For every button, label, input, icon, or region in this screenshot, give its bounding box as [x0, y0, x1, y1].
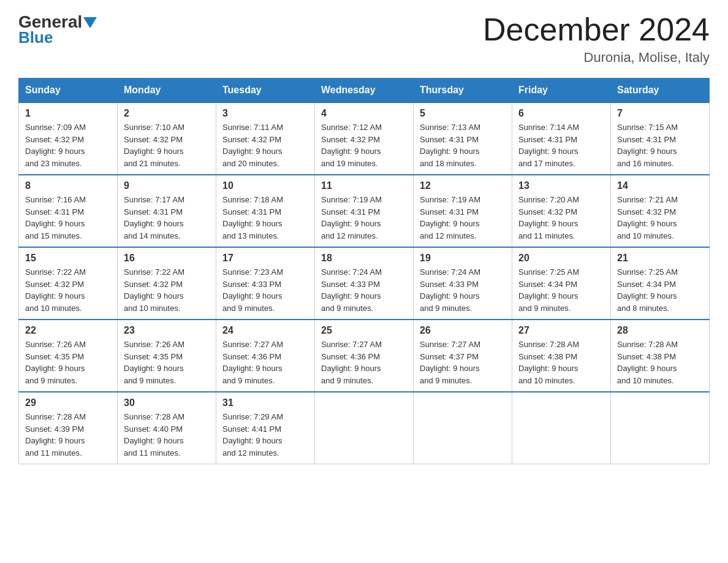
location: Duronia, Molise, Italy: [483, 50, 710, 66]
day-number: 23: [124, 325, 210, 336]
empty-cell: [414, 392, 512, 464]
day-number: 19: [420, 253, 506, 264]
day-cell-9: 9Sunrise: 7:17 AMSunset: 4:31 PMDaylight…: [118, 175, 216, 247]
day-number: 20: [518, 253, 604, 264]
title-block: December 2024 Duronia, Molise, Italy: [483, 12, 710, 66]
week-row-2: 8Sunrise: 7:16 AMSunset: 4:31 PMDaylight…: [19, 175, 710, 247]
day-cell-31: 31Sunrise: 7:29 AMSunset: 4:41 PMDayligh…: [216, 392, 315, 464]
day-cell-6: 6Sunrise: 7:14 AMSunset: 4:31 PMDaylight…: [512, 102, 611, 175]
day-number: 1: [25, 108, 111, 119]
day-info: Sunrise: 7:26 AMSunset: 4:35 PMDaylight:…: [25, 339, 111, 386]
day-cell-7: 7Sunrise: 7:15 AMSunset: 4:31 PMDaylight…: [611, 102, 710, 175]
day-number: 11: [321, 180, 407, 191]
day-cell-14: 14Sunrise: 7:21 AMSunset: 4:32 PMDayligh…: [611, 175, 710, 247]
day-cell-4: 4Sunrise: 7:12 AMSunset: 4:32 PMDaylight…: [315, 102, 414, 175]
day-info: Sunrise: 7:27 AMSunset: 4:36 PMDaylight:…: [321, 339, 407, 386]
day-number: 5: [420, 108, 506, 119]
day-info: Sunrise: 7:20 AMSunset: 4:32 PMDaylight:…: [518, 194, 604, 242]
day-number: 3: [222, 108, 308, 119]
day-number: 15: [25, 253, 111, 264]
day-info: Sunrise: 7:28 AMSunset: 4:38 PMDaylight:…: [617, 339, 703, 386]
day-cell-13: 13Sunrise: 7:20 AMSunset: 4:32 PMDayligh…: [512, 175, 611, 247]
page-header: General Blue December 2024 Duronia, Moli…: [18, 12, 710, 66]
week-row-3: 15Sunrise: 7:22 AMSunset: 4:32 PMDayligh…: [19, 247, 710, 320]
header-friday: Friday: [512, 79, 611, 103]
header-wednesday: Wednesday: [315, 79, 414, 103]
day-cell-18: 18Sunrise: 7:24 AMSunset: 4:33 PMDayligh…: [315, 247, 414, 320]
day-cell-27: 27Sunrise: 7:28 AMSunset: 4:38 PMDayligh…: [512, 320, 611, 392]
calendar-header-row: SundayMondayTuesdayWednesdayThursdayFrid…: [19, 79, 710, 103]
day-info: Sunrise: 7:18 AMSunset: 4:31 PMDaylight:…: [222, 194, 308, 242]
logo-triangle-icon: [83, 17, 97, 28]
day-cell-17: 17Sunrise: 7:23 AMSunset: 4:33 PMDayligh…: [216, 247, 315, 320]
day-info: Sunrise: 7:29 AMSunset: 4:41 PMDaylight:…: [222, 411, 308, 459]
week-row-4: 22Sunrise: 7:26 AMSunset: 4:35 PMDayligh…: [19, 320, 710, 392]
day-number: 2: [124, 108, 210, 119]
day-cell-23: 23Sunrise: 7:26 AMSunset: 4:35 PMDayligh…: [118, 320, 216, 392]
svg-marker-0: [83, 17, 97, 28]
day-number: 24: [222, 325, 308, 336]
day-info: Sunrise: 7:11 AMSunset: 4:32 PMDaylight:…: [222, 121, 308, 169]
day-number: 30: [124, 397, 210, 408]
day-number: 17: [222, 253, 308, 264]
day-number: 14: [617, 180, 703, 191]
day-info: Sunrise: 7:17 AMSunset: 4:31 PMDaylight:…: [124, 194, 210, 242]
day-number: 10: [222, 180, 308, 191]
week-row-1: 1Sunrise: 7:09 AMSunset: 4:32 PMDaylight…: [19, 102, 710, 175]
day-cell-28: 28Sunrise: 7:28 AMSunset: 4:38 PMDayligh…: [611, 320, 710, 392]
day-cell-8: 8Sunrise: 7:16 AMSunset: 4:31 PMDaylight…: [19, 175, 118, 247]
day-info: Sunrise: 7:21 AMSunset: 4:32 PMDaylight:…: [617, 194, 703, 242]
header-sunday: Sunday: [19, 79, 118, 103]
logo-blue: Blue: [18, 28, 53, 47]
day-info: Sunrise: 7:15 AMSunset: 4:31 PMDaylight:…: [617, 121, 703, 169]
day-info: Sunrise: 7:26 AMSunset: 4:35 PMDaylight:…: [124, 339, 210, 386]
day-info: Sunrise: 7:28 AMSunset: 4:39 PMDaylight:…: [25, 411, 111, 459]
header-tuesday: Tuesday: [216, 79, 315, 103]
day-cell-20: 20Sunrise: 7:25 AMSunset: 4:34 PMDayligh…: [512, 247, 611, 320]
header-saturday: Saturday: [611, 79, 710, 103]
day-info: Sunrise: 7:25 AMSunset: 4:34 PMDaylight:…: [518, 266, 604, 314]
day-info: Sunrise: 7:16 AMSunset: 4:31 PMDaylight:…: [25, 194, 111, 242]
day-info: Sunrise: 7:27 AMSunset: 4:36 PMDaylight:…: [222, 339, 308, 386]
day-number: 21: [617, 253, 703, 264]
empty-cell: [512, 392, 611, 464]
day-number: 18: [321, 253, 407, 264]
day-cell-2: 2Sunrise: 7:10 AMSunset: 4:32 PMDaylight…: [118, 102, 216, 175]
day-info: Sunrise: 7:10 AMSunset: 4:32 PMDaylight:…: [124, 121, 210, 169]
header-thursday: Thursday: [414, 79, 512, 103]
day-number: 27: [518, 325, 604, 336]
day-number: 13: [518, 180, 604, 191]
day-number: 4: [321, 108, 407, 119]
day-cell-19: 19Sunrise: 7:24 AMSunset: 4:33 PMDayligh…: [414, 247, 512, 320]
day-cell-24: 24Sunrise: 7:27 AMSunset: 4:36 PMDayligh…: [216, 320, 315, 392]
day-info: Sunrise: 7:12 AMSunset: 4:32 PMDaylight:…: [321, 121, 407, 169]
header-monday: Monday: [118, 79, 216, 103]
day-cell-10: 10Sunrise: 7:18 AMSunset: 4:31 PMDayligh…: [216, 175, 315, 247]
day-info: Sunrise: 7:14 AMSunset: 4:31 PMDaylight:…: [518, 121, 604, 169]
day-number: 8: [25, 180, 111, 191]
day-number: 6: [518, 108, 604, 119]
day-info: Sunrise: 7:13 AMSunset: 4:31 PMDaylight:…: [420, 121, 506, 169]
day-info: Sunrise: 7:24 AMSunset: 4:33 PMDaylight:…: [321, 266, 407, 314]
day-info: Sunrise: 7:24 AMSunset: 4:33 PMDaylight:…: [420, 266, 506, 314]
day-cell-5: 5Sunrise: 7:13 AMSunset: 4:31 PMDaylight…: [414, 102, 512, 175]
day-info: Sunrise: 7:27 AMSunset: 4:37 PMDaylight:…: [420, 339, 506, 386]
day-number: 31: [222, 397, 308, 408]
day-cell-21: 21Sunrise: 7:25 AMSunset: 4:34 PMDayligh…: [611, 247, 710, 320]
day-info: Sunrise: 7:19 AMSunset: 4:31 PMDaylight:…: [420, 194, 506, 242]
day-cell-15: 15Sunrise: 7:22 AMSunset: 4:32 PMDayligh…: [19, 247, 118, 320]
week-row-5: 29Sunrise: 7:28 AMSunset: 4:39 PMDayligh…: [19, 392, 710, 464]
day-number: 22: [25, 325, 111, 336]
day-cell-25: 25Sunrise: 7:27 AMSunset: 4:36 PMDayligh…: [315, 320, 414, 392]
day-cell-16: 16Sunrise: 7:22 AMSunset: 4:32 PMDayligh…: [118, 247, 216, 320]
day-info: Sunrise: 7:19 AMSunset: 4:31 PMDaylight:…: [321, 194, 407, 242]
day-cell-11: 11Sunrise: 7:19 AMSunset: 4:31 PMDayligh…: [315, 175, 414, 247]
day-cell-12: 12Sunrise: 7:19 AMSunset: 4:31 PMDayligh…: [414, 175, 512, 247]
empty-cell: [315, 392, 414, 464]
day-number: 7: [617, 108, 703, 119]
day-cell-1: 1Sunrise: 7:09 AMSunset: 4:32 PMDaylight…: [19, 102, 118, 175]
day-info: Sunrise: 7:22 AMSunset: 4:32 PMDaylight:…: [25, 266, 111, 314]
day-number: 26: [420, 325, 506, 336]
day-number: 29: [25, 397, 111, 408]
month-title: December 2024: [483, 12, 710, 47]
